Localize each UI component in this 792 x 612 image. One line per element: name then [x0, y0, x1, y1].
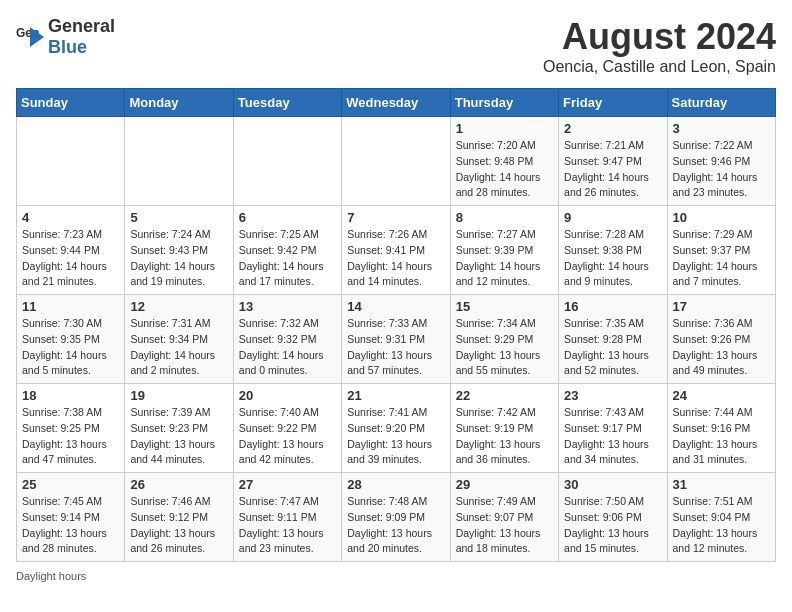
day-number: 18: [22, 388, 119, 403]
day-info: Sunrise: 7:35 AM Sunset: 9:28 PM Dayligh…: [564, 316, 661, 379]
day-info: Sunrise: 7:39 AM Sunset: 9:23 PM Dayligh…: [130, 405, 227, 468]
calendar-cell: 13Sunrise: 7:32 AM Sunset: 9:32 PM Dayli…: [233, 295, 341, 384]
day-number: 2: [564, 121, 661, 136]
calendar-cell: 8Sunrise: 7:27 AM Sunset: 9:39 PM Daylig…: [450, 206, 558, 295]
day-number: 26: [130, 477, 227, 492]
day-info: Sunrise: 7:20 AM Sunset: 9:48 PM Dayligh…: [456, 138, 553, 201]
calendar-table: SundayMondayTuesdayWednesdayThursdayFrid…: [16, 88, 776, 562]
calendar-cell: 26Sunrise: 7:46 AM Sunset: 9:12 PM Dayli…: [125, 473, 233, 562]
calendar-cell: 31Sunrise: 7:51 AM Sunset: 9:04 PM Dayli…: [667, 473, 775, 562]
day-number: 19: [130, 388, 227, 403]
day-info: Sunrise: 7:44 AM Sunset: 9:16 PM Dayligh…: [673, 405, 770, 468]
day-number: 9: [564, 210, 661, 225]
day-info: Sunrise: 7:51 AM Sunset: 9:04 PM Dayligh…: [673, 494, 770, 557]
day-number: 10: [673, 210, 770, 225]
day-info: Sunrise: 7:40 AM Sunset: 9:22 PM Dayligh…: [239, 405, 336, 468]
calendar-cell: 6Sunrise: 7:25 AM Sunset: 9:42 PM Daylig…: [233, 206, 341, 295]
day-number: 6: [239, 210, 336, 225]
calendar-cell: 3Sunrise: 7:22 AM Sunset: 9:46 PM Daylig…: [667, 117, 775, 206]
day-number: 12: [130, 299, 227, 314]
day-number: 16: [564, 299, 661, 314]
calendar-cell: 27Sunrise: 7:47 AM Sunset: 9:11 PM Dayli…: [233, 473, 341, 562]
day-number: 29: [456, 477, 553, 492]
calendar-cell: [125, 117, 233, 206]
calendar-week-row: 1Sunrise: 7:20 AM Sunset: 9:48 PM Daylig…: [17, 117, 776, 206]
calendar-day-header: Thursday: [450, 89, 558, 117]
day-number: 20: [239, 388, 336, 403]
day-info: Sunrise: 7:41 AM Sunset: 9:20 PM Dayligh…: [347, 405, 444, 468]
logo: Gen General Blue: [16, 16, 115, 58]
calendar-cell: 4Sunrise: 7:23 AM Sunset: 9:44 PM Daylig…: [17, 206, 125, 295]
day-number: 13: [239, 299, 336, 314]
calendar-cell: 14Sunrise: 7:33 AM Sunset: 9:31 PM Dayli…: [342, 295, 450, 384]
calendar-day-header: Sunday: [17, 89, 125, 117]
calendar-week-row: 11Sunrise: 7:30 AM Sunset: 9:35 PM Dayli…: [17, 295, 776, 384]
day-info: Sunrise: 7:30 AM Sunset: 9:35 PM Dayligh…: [22, 316, 119, 379]
calendar-cell: 17Sunrise: 7:36 AM Sunset: 9:26 PM Dayli…: [667, 295, 775, 384]
day-info: Sunrise: 7:49 AM Sunset: 9:07 PM Dayligh…: [456, 494, 553, 557]
calendar-day-header: Friday: [559, 89, 667, 117]
page-subtitle: Oencia, Castille and Leon, Spain: [543, 58, 776, 76]
page-header: Gen General Blue August 2024 Oencia, Cas…: [16, 16, 776, 76]
day-info: Sunrise: 7:43 AM Sunset: 9:17 PM Dayligh…: [564, 405, 661, 468]
day-info: Sunrise: 7:38 AM Sunset: 9:25 PM Dayligh…: [22, 405, 119, 468]
calendar-week-row: 25Sunrise: 7:45 AM Sunset: 9:14 PM Dayli…: [17, 473, 776, 562]
day-number: 17: [673, 299, 770, 314]
day-info: Sunrise: 7:42 AM Sunset: 9:19 PM Dayligh…: [456, 405, 553, 468]
calendar-cell: 16Sunrise: 7:35 AM Sunset: 9:28 PM Dayli…: [559, 295, 667, 384]
calendar-week-row: 4Sunrise: 7:23 AM Sunset: 9:44 PM Daylig…: [17, 206, 776, 295]
day-info: Sunrise: 7:27 AM Sunset: 9:39 PM Dayligh…: [456, 227, 553, 290]
day-info: Sunrise: 7:36 AM Sunset: 9:26 PM Dayligh…: [673, 316, 770, 379]
calendar-cell: [17, 117, 125, 206]
day-number: 24: [673, 388, 770, 403]
calendar-cell: 10Sunrise: 7:29 AM Sunset: 9:37 PM Dayli…: [667, 206, 775, 295]
calendar-cell: 29Sunrise: 7:49 AM Sunset: 9:07 PM Dayli…: [450, 473, 558, 562]
footer: Daylight hours: [16, 570, 776, 582]
calendar-header-row: SundayMondayTuesdayWednesdayThursdayFrid…: [17, 89, 776, 117]
day-info: Sunrise: 7:25 AM Sunset: 9:42 PM Dayligh…: [239, 227, 336, 290]
day-info: Sunrise: 7:26 AM Sunset: 9:41 PM Dayligh…: [347, 227, 444, 290]
day-info: Sunrise: 7:50 AM Sunset: 9:06 PM Dayligh…: [564, 494, 661, 557]
day-info: Sunrise: 7:32 AM Sunset: 9:32 PM Dayligh…: [239, 316, 336, 379]
day-info: Sunrise: 7:28 AM Sunset: 9:38 PM Dayligh…: [564, 227, 661, 290]
calendar-cell: [233, 117, 341, 206]
calendar-week-row: 18Sunrise: 7:38 AM Sunset: 9:25 PM Dayli…: [17, 384, 776, 473]
day-number: 11: [22, 299, 119, 314]
day-info: Sunrise: 7:23 AM Sunset: 9:44 PM Dayligh…: [22, 227, 119, 290]
calendar-cell: 2Sunrise: 7:21 AM Sunset: 9:47 PM Daylig…: [559, 117, 667, 206]
day-info: Sunrise: 7:33 AM Sunset: 9:31 PM Dayligh…: [347, 316, 444, 379]
calendar-cell: 1Sunrise: 7:20 AM Sunset: 9:48 PM Daylig…: [450, 117, 558, 206]
day-number: 28: [347, 477, 444, 492]
calendar-day-header: Tuesday: [233, 89, 341, 117]
day-number: 23: [564, 388, 661, 403]
day-number: 22: [456, 388, 553, 403]
calendar-cell: 23Sunrise: 7:43 AM Sunset: 9:17 PM Dayli…: [559, 384, 667, 473]
logo-icon: Gen: [16, 23, 44, 51]
day-number: 15: [456, 299, 553, 314]
day-info: Sunrise: 7:45 AM Sunset: 9:14 PM Dayligh…: [22, 494, 119, 557]
calendar-cell: 24Sunrise: 7:44 AM Sunset: 9:16 PM Dayli…: [667, 384, 775, 473]
calendar-cell: 28Sunrise: 7:48 AM Sunset: 9:09 PM Dayli…: [342, 473, 450, 562]
day-number: 27: [239, 477, 336, 492]
calendar-cell: 15Sunrise: 7:34 AM Sunset: 9:29 PM Dayli…: [450, 295, 558, 384]
day-number: 5: [130, 210, 227, 225]
day-info: Sunrise: 7:31 AM Sunset: 9:34 PM Dayligh…: [130, 316, 227, 379]
day-info: Sunrise: 7:34 AM Sunset: 9:29 PM Dayligh…: [456, 316, 553, 379]
day-info: Sunrise: 7:48 AM Sunset: 9:09 PM Dayligh…: [347, 494, 444, 557]
day-number: 8: [456, 210, 553, 225]
calendar-day-header: Wednesday: [342, 89, 450, 117]
day-info: Sunrise: 7:21 AM Sunset: 9:47 PM Dayligh…: [564, 138, 661, 201]
day-number: 7: [347, 210, 444, 225]
calendar-cell: 18Sunrise: 7:38 AM Sunset: 9:25 PM Dayli…: [17, 384, 125, 473]
day-number: 30: [564, 477, 661, 492]
calendar-cell: 30Sunrise: 7:50 AM Sunset: 9:06 PM Dayli…: [559, 473, 667, 562]
calendar-cell: 9Sunrise: 7:28 AM Sunset: 9:38 PM Daylig…: [559, 206, 667, 295]
day-number: 25: [22, 477, 119, 492]
calendar-day-header: Monday: [125, 89, 233, 117]
day-number: 3: [673, 121, 770, 136]
day-info: Sunrise: 7:46 AM Sunset: 9:12 PM Dayligh…: [130, 494, 227, 557]
page-title: August 2024: [543, 16, 776, 58]
calendar-cell: 20Sunrise: 7:40 AM Sunset: 9:22 PM Dayli…: [233, 384, 341, 473]
calendar-day-header: Saturday: [667, 89, 775, 117]
calendar-cell: 22Sunrise: 7:42 AM Sunset: 9:19 PM Dayli…: [450, 384, 558, 473]
